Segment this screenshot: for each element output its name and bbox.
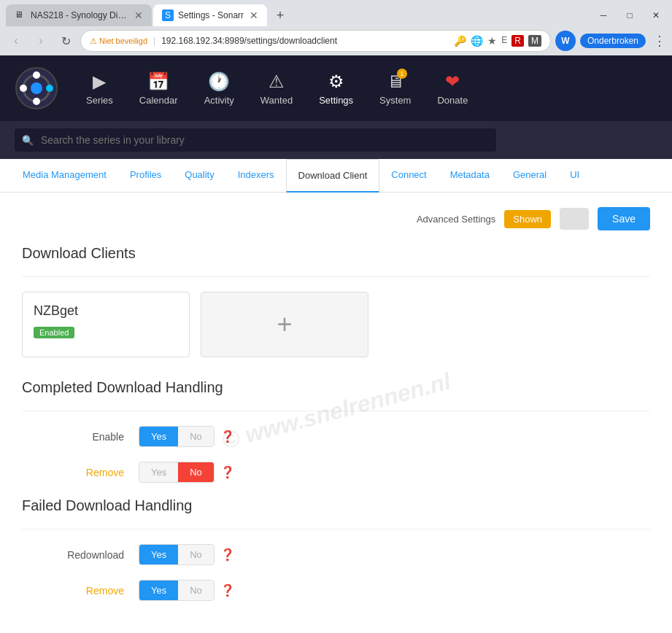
completed-enable-row: Enable Yes No ❓	[22, 426, 650, 447]
completed-download-section: Completed Download Handling Enable Yes N…	[22, 379, 650, 483]
failed-remove-help-icon[interactable]: ❓	[220, 583, 235, 597]
tab-sonarr[interactable]: S Settings - Sonarr ✕	[153, 4, 267, 26]
nav-activity[interactable]: 🕐 Activity	[191, 64, 247, 113]
completed-enable-toggle: Yes No	[139, 426, 215, 447]
profile-button[interactable]: W	[555, 31, 576, 51]
advanced-shown-toggle[interactable]: Shown	[504, 210, 551, 228]
url-bar[interactable]: ⚠ Niet beveiligd | 192.168.192.34:8989/s…	[80, 30, 551, 52]
tab-ui[interactable]: UI	[558, 159, 591, 192]
search-wrapper: 🔍	[15, 128, 496, 152]
minimize-button[interactable]: ─	[593, 8, 614, 23]
forward-button[interactable]: ›	[31, 31, 51, 51]
settings-content: Media Management Profiles Quality Indexe…	[0, 159, 672, 630]
tab-nas-title: NAS218 - Synology DiskStation	[31, 10, 128, 20]
url-text: 192.168.192.34:8989/settings/downloadcli…	[161, 36, 448, 46]
advanced-hidden-toggle[interactable]	[560, 208, 589, 230]
title-bar: 🖥 NAS218 - Synology DiskStation ✕ S Sett…	[0, 0, 672, 26]
main-nav: ▶ Series 📅 Calendar 🕐 Activity ⚠ Wanted …	[73, 64, 481, 113]
failed-remove-yes[interactable]: Yes	[139, 580, 178, 600]
failed-redownload-help-icon[interactable]: ❓	[220, 548, 235, 562]
failed-download-section: Failed Download Handling Redownload Yes …	[22, 497, 650, 601]
app-header: ▶ Series 📅 Calendar 🕐 Activity ⚠ Wanted …	[0, 55, 672, 121]
nav-calendar[interactable]: 📅 Calendar	[126, 64, 191, 113]
wanted-icon: ⚠	[269, 71, 285, 92]
notification-badge: 1	[397, 69, 407, 79]
tab-nas-close[interactable]: ✕	[134, 9, 143, 21]
tab-media-management[interactable]: Media Management	[11, 159, 118, 192]
failed-redownload-yes[interactable]: Yes	[139, 545, 178, 564]
tab-quality[interactable]: Quality	[173, 159, 225, 192]
nav-wanted[interactable]: ⚠ Wanted	[247, 64, 306, 113]
nav-settings-label: Settings	[319, 95, 353, 106]
reload-button[interactable]: ↻	[55, 31, 76, 51]
save-button[interactable]: Save	[598, 207, 650, 230]
completed-enable-no[interactable]: No	[178, 427, 214, 446]
tab-general[interactable]: General	[501, 159, 558, 192]
address-bar: ‹ › ↻ ⚠ Niet beveiligd | 192.168.192.34:…	[0, 26, 672, 55]
back-button[interactable]: ‹	[6, 31, 26, 51]
add-client-card[interactable]: +	[201, 292, 368, 357]
security-warning-icon: ⚠ Niet beveiligd	[90, 36, 147, 46]
tab-connect[interactable]: Connect	[379, 159, 438, 192]
tab-sonarr-close[interactable]: ✕	[250, 9, 258, 21]
search-input[interactable]	[15, 128, 496, 152]
main-settings-panel: © www.snelrennen.nl Advanced Settings Sh…	[0, 193, 672, 630]
completed-enable-label: Enable	[22, 431, 139, 443]
close-button[interactable]: ✕	[646, 8, 666, 23]
completed-enable-yes[interactable]: Yes	[139, 427, 178, 446]
activity-icon: 🕐	[208, 71, 230, 92]
logo[interactable]	[15, 66, 58, 110]
nav-system[interactable]: 🖥 1 System	[366, 64, 424, 113]
tab-sonarr-title: Settings - Sonarr	[178, 10, 244, 20]
failed-remove-toggle: Yes No	[139, 580, 215, 601]
failed-download-divider	[22, 529, 650, 529]
completed-remove-help-icon[interactable]: ❓	[220, 465, 235, 479]
download-clients-divider	[22, 276, 650, 277]
key-icon: 🔑	[454, 35, 466, 47]
svg-point-5	[20, 85, 27, 92]
settings-tabs: Media Management Profiles Quality Indexe…	[0, 159, 672, 193]
search-bar: 🔍	[0, 121, 672, 159]
completed-remove-yes[interactable]: Yes	[139, 462, 178, 482]
settings-icon: ⚙	[328, 71, 344, 92]
nav-wanted-label: Wanted	[260, 95, 293, 106]
tab-nas-icon: 🖥	[15, 9, 26, 21]
failed-remove-label: Remove	[22, 585, 139, 597]
tab-nas[interactable]: 🖥 NAS218 - Synology DiskStation ✕	[6, 4, 152, 26]
system-icon: 🖥 1	[387, 71, 404, 92]
extension-icon2: R	[511, 35, 524, 47]
tab-indexers[interactable]: Indexers	[226, 159, 286, 192]
tab-sonarr-icon: S	[162, 9, 174, 21]
new-tab-button[interactable]: +	[270, 5, 290, 26]
svg-point-3	[33, 71, 40, 79]
completed-download-divider	[22, 411, 650, 411]
failed-download-title: Failed Download Handling	[22, 497, 650, 514]
settings-actions: Advanced Settings Shown Save	[22, 207, 650, 230]
nav-donate[interactable]: ❤ Donate	[424, 64, 481, 113]
onderbroken-button[interactable]: Onderbroken	[580, 34, 646, 48]
completed-download-title: Completed Download Handling	[22, 379, 650, 396]
window-controls: ─ □ ✕	[593, 8, 666, 23]
tab-profiles[interactable]: Profiles	[118, 159, 173, 192]
nav-settings[interactable]: ⚙ Settings	[306, 64, 366, 113]
failed-redownload-no[interactable]: No	[178, 545, 214, 564]
completed-enable-help-icon[interactable]: ❓	[220, 430, 235, 443]
completed-remove-no[interactable]: No	[178, 462, 214, 482]
nav-series[interactable]: ▶ Series	[73, 64, 126, 113]
menu-button[interactable]: ⋮	[653, 33, 666, 49]
tab-metadata[interactable]: Metadata	[439, 159, 501, 192]
failed-redownload-toggle: Yes No	[139, 544, 215, 565]
nzbget-card[interactable]: NZBget Enabled	[22, 292, 190, 357]
url-separator: |	[153, 36, 155, 46]
browser-chrome: 🖥 NAS218 - Synology DiskStation ✕ S Sett…	[0, 0, 672, 55]
download-clients-section: Download Clients NZBget Enabled +	[22, 245, 650, 357]
app: ▶ Series 📅 Calendar 🕐 Activity ⚠ Wanted …	[0, 55, 672, 630]
failed-remove-no[interactable]: No	[178, 580, 214, 600]
tab-download-client[interactable]: Download Client	[286, 159, 380, 193]
url-action-icons: 🔑 🌐 ★ E R M	[454, 35, 541, 47]
maximize-button[interactable]: □	[619, 8, 640, 23]
nzbget-enabled-badge: Enabled	[34, 327, 74, 338]
failed-redownload-row: Redownload Yes No ❓	[22, 544, 650, 565]
nav-system-label: System	[379, 95, 411, 106]
advanced-settings-label: Advanced Settings	[417, 214, 495, 225]
